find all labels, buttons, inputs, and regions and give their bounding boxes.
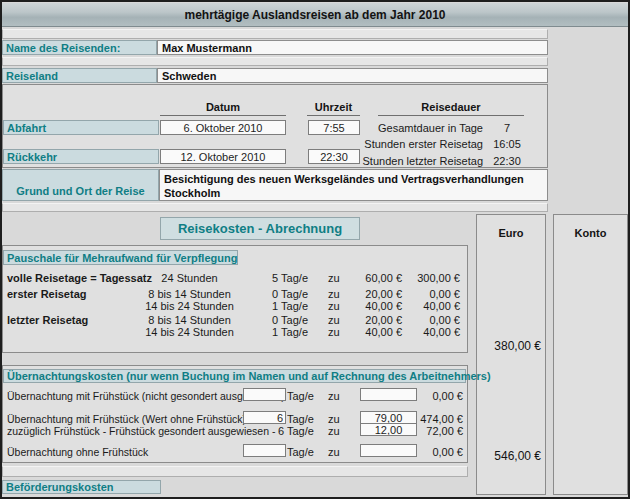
meals-row-amount: 40,00 € <box>404 300 460 312</box>
meals-row-days: 1 Tag/e <box>240 326 308 338</box>
lodging-days-suffix: Tag/e <box>287 413 319 425</box>
transport-section-header: Beförderungskosten <box>2 480 161 494</box>
lodging-row-zu: zu <box>328 390 344 402</box>
country-value: Schweden <box>162 70 216 82</box>
meals-row-zu: zu <box>328 314 344 326</box>
spacer-strip <box>2 57 548 66</box>
lodging-section-header: Übernachtungskosten (nur wenn Buchung im… <box>3 369 466 383</box>
duration-firstday-value: 16:05 <box>487 138 527 150</box>
meals-row-zu: zu <box>328 288 344 300</box>
country-label: Reiseland <box>2 68 157 83</box>
euro-column-header: Euro <box>477 227 545 239</box>
departure-date-input[interactable] <box>160 120 286 135</box>
konto-column: Konto <box>553 214 628 495</box>
lodging-row-amount: 0,00 € <box>418 390 463 402</box>
meals-row-hours: 8 bis 14 Stunden <box>141 288 238 300</box>
lodging-section-header-text: Übernachtungskosten (nur wenn Buchung im… <box>7 370 491 382</box>
lodging-row-amount: 72,00 € <box>418 425 463 437</box>
meals-row-hours: 14 bis 24 Stunden <box>141 300 238 312</box>
meals-row-hours: 14 bis 24 Stunden <box>141 326 238 338</box>
meals-row-label: erster Reisetag <box>7 288 87 300</box>
lodging-row-zu: zu <box>328 446 344 458</box>
lodging-row-zu: zu <box>328 413 344 425</box>
meals-row-zu: zu <box>328 300 344 312</box>
meals-row-days: 0 Tag/e <box>240 314 308 326</box>
meals-row-rate: 20,00 € <box>346 288 402 300</box>
trip-reason-label: Grund und Ort der Reise <box>2 169 159 201</box>
lodging-days-suffix: Tag/e <box>287 425 319 437</box>
meals-row-amount: 300,00 € <box>404 272 460 284</box>
lodging-rate-input[interactable] <box>360 444 417 457</box>
duration-total-label: Gesamtdauer in Tage <box>355 122 483 134</box>
meals-section: Pauschale für Mehraufwand für Verpflegun… <box>2 245 468 353</box>
meals-row-amount: 0,00 € <box>404 314 460 326</box>
date-column-header: Datum <box>160 100 286 116</box>
lodging-days-input[interactable] <box>243 388 286 401</box>
meals-row-rate: 20,00 € <box>346 314 402 326</box>
meals-row-amount: 0,00 € <box>404 288 460 300</box>
lodging-days-input[interactable] <box>243 411 286 424</box>
country-field[interactable]: Schweden <box>157 68 548 83</box>
lodging-rate-input[interactable] <box>360 388 417 401</box>
duration-firstday-label: Stunden erster Reisetag <box>355 138 483 150</box>
lodging-row-label: Übernachtung ohne Frühstück <box>7 446 148 458</box>
departure-time-input[interactable] <box>308 120 360 135</box>
duration-lastday-label: Stunden letzter Reisetag <box>355 155 483 167</box>
departure-label: Abfahrt <box>3 120 159 135</box>
lodging-section: Übernachtungskosten (nur wenn Buchung im… <box>2 365 468 463</box>
konto-column-header: Konto <box>554 227 627 239</box>
duration-lastday-value: 22:30 <box>487 155 527 167</box>
meals-row-label: volle Reisetage = Tagessatz <box>7 272 152 284</box>
meals-section-header: Pauschale für Mehraufwand für Verpflegun… <box>3 250 238 265</box>
expense-section-title-text: Reisekosten - Abrechnung <box>178 221 342 236</box>
meals-subtotal-euro: 380,00 € <box>476 339 541 353</box>
duration-column-header: Reisedauer <box>378 100 524 116</box>
traveler-name-label: Name des Reisenden: <box>2 40 157 55</box>
spacer-strip <box>2 203 548 212</box>
lodging-days-value: 6 <box>243 425 284 437</box>
transport-section-header-text: Beförderungskosten <box>6 481 114 493</box>
lodging-days-suffix: Tag/e <box>287 390 319 402</box>
country-label-text: Reiseland <box>6 70 58 82</box>
lodging-row-amount: 474,00 € <box>418 413 463 425</box>
lodging-row-label: Übernachtung mit Frühstück (Wert ohne Fr… <box>7 413 246 425</box>
lodging-row-amount: 0,00 € <box>418 446 463 458</box>
duration-total-value: 7 <box>487 122 527 134</box>
spreadsheet-form: mehrtägige Auslandsreisen ab dem Jahr 20… <box>0 0 630 499</box>
expense-section-title: Reisekosten - Abrechnung <box>160 217 360 240</box>
time-column-header: Uhrzeit <box>307 100 360 116</box>
meals-row-hours: 24 Stunden <box>141 272 238 284</box>
meals-row-days: 1 Tag/e <box>240 300 308 312</box>
meals-row-zu: zu <box>328 326 344 338</box>
meals-row-days: 0 Tag/e <box>240 288 308 300</box>
page-title: mehrtägige Auslandsreisen ab dem Jahr 20… <box>185 8 446 22</box>
return-time-input[interactable] <box>308 149 360 164</box>
lodging-days-suffix: Tag/e <box>287 446 319 458</box>
meals-section-header-text: Pauschale für Mehraufwand für Verpflegun… <box>7 252 237 264</box>
lodging-days-input[interactable] <box>243 444 286 457</box>
return-date-input[interactable] <box>160 149 286 164</box>
meals-row-rate: 40,00 € <box>346 326 402 338</box>
departure-label-text: Abfahrt <box>7 122 46 134</box>
meals-row-zu: zu <box>328 272 344 284</box>
meals-row-days: 5 Tag/e <box>240 272 308 284</box>
trip-reason-field[interactable]: Besichtigung des neuen Werksgeländes und… <box>159 169 548 201</box>
return-label-text: Rückkehr <box>7 151 57 163</box>
lodging-row-zu: zu <box>328 425 344 437</box>
form-title-bar: mehrtägige Auslandsreisen ab dem Jahr 20… <box>2 3 628 27</box>
lodging-subtotal-euro: 546,00 € <box>476 449 541 463</box>
return-label: Rückkehr <box>3 149 159 164</box>
meals-row-rate: 60,00 € <box>346 272 402 284</box>
meals-row-amount: 40,00 € <box>404 326 460 338</box>
trip-reason-line1: Besichtigung des neuen Werksgeländes und… <box>164 172 524 186</box>
schedule-box: Datum Uhrzeit Reisedauer Abfahrt Gesamtd… <box>2 84 548 168</box>
trip-reason-label-text: Grund und Ort der Reise <box>16 185 144 197</box>
lodging-rate-input[interactable] <box>360 423 417 436</box>
trip-reason-line2: Stockholm <box>164 186 524 200</box>
meals-row-hours: 8 bis 14 Stunden <box>141 314 238 326</box>
traveler-name-value: Max Mustermann <box>162 42 252 54</box>
meals-row-rate: 40,00 € <box>346 300 402 312</box>
traveler-name-field[interactable]: Max Mustermann <box>157 40 548 55</box>
meals-row-label: letzter Reisetag <box>7 314 88 326</box>
lodging-row-label: zuzüglich Frühstück - Frühstück gesonder… <box>7 425 275 437</box>
